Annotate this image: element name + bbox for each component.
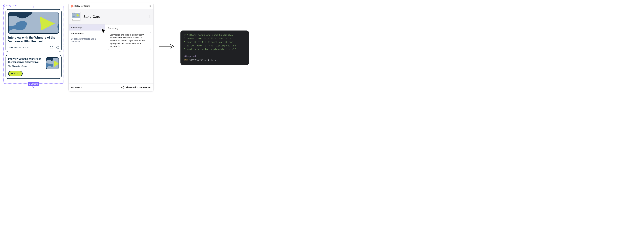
summary-heading: Summary — [108, 27, 151, 30]
selection-handle[interactable] — [33, 6, 34, 8]
component-name: Story Card — [83, 14, 145, 18]
kdoc-line: * story items in a list. The cards — [184, 38, 232, 40]
selection-handle[interactable] — [3, 45, 4, 46]
story-card-title: Interview with the Winners of the Vancou… — [8, 57, 44, 64]
svg-rect-0 — [4, 4, 5, 5]
tab-summary[interactable]: Summary — [68, 24, 105, 30]
svg-point-8 — [58, 48, 58, 49]
relay-logo-icon — [70, 4, 74, 8]
story-card-publisher: The Cinematic Lifestyle — [8, 46, 29, 49]
kotlin-code-block: /** Story cards are used to display * st… — [180, 30, 249, 65]
selection-handle[interactable] — [3, 83, 4, 84]
svg-point-6 — [56, 47, 57, 48]
keyword-fun: fun — [184, 58, 188, 61]
svg-line-10 — [57, 48, 58, 48]
figma-selection-frame[interactable]: Interview with the Winners of the Vancou… — [3, 7, 64, 84]
summary-textarea[interactable] — [108, 32, 151, 50]
close-icon[interactable]: × — [149, 4, 151, 8]
variant-badge: 2 Variants + — [28, 82, 39, 89]
kdoc-line: /** Story cards are used to display — [184, 34, 233, 36]
svg-line-9 — [57, 47, 58, 48]
svg-rect-3 — [5, 5, 5, 6]
component-label-text: Story Card — [6, 4, 16, 7]
svg-rect-1 — [4, 6, 5, 6]
kdoc-line: * consist of 2 different variations: — [184, 41, 234, 44]
story-card-small[interactable]: Interview with the Winners of the Vancou… — [6, 55, 62, 79]
kdoc-line: * smaller view for a playable list.*/ — [184, 48, 236, 50]
variant-count: 2 Variants — [28, 82, 39, 86]
share-icon[interactable] — [56, 46, 59, 49]
relay-plugin-panel: Relay for Figma × Story Card ⋮ Summary P… — [68, 3, 154, 92]
svg-point-19 — [123, 88, 124, 88]
status-no-errors: No errors — [71, 86, 82, 89]
play-button[interactable]: PLAY — [8, 71, 23, 76]
svg-point-18 — [123, 86, 124, 87]
share-developer-button[interactable]: Share with developer — [121, 86, 151, 89]
share-icon — [121, 86, 124, 89]
story-card-publisher: The Cinematic Lifestyle — [8, 65, 44, 67]
component-thumbnail — [71, 12, 81, 21]
share-developer-label: Share with developer — [126, 86, 151, 89]
selection-handle[interactable] — [63, 6, 64, 8]
svg-point-7 — [58, 46, 58, 47]
play-icon — [11, 72, 13, 74]
parameters-hint: Select a layer first to add a parameter — [68, 36, 105, 45]
story-card-title: Interview with the Winners of the Vancou… — [8, 36, 59, 44]
selection-handle[interactable] — [63, 45, 64, 46]
figma-canvas: Story Card Interview with the Winners of… — [3, 4, 64, 84]
plugin-component-header: Story Card ⋮ — [68, 9, 154, 24]
story-card-hero-image — [8, 12, 59, 34]
add-variant-button[interactable]: + — [32, 86, 35, 89]
overflow-menu-icon[interactable]: ⋮ — [148, 16, 151, 17]
selection-handle[interactable] — [63, 83, 64, 84]
svg-rect-2 — [3, 5, 4, 6]
arrow-icon — [159, 44, 175, 50]
selection-handle[interactable] — [3, 6, 4, 8]
function-signature: StoryCard(...) {...} — [188, 58, 218, 61]
plugin-titlebar: Relay for Figma × — [68, 3, 154, 9]
play-button-label: PLAY — [14, 72, 20, 75]
kdoc-line: * larger view for the highlighted and — [184, 44, 236, 47]
annotation: @Composable — [184, 55, 199, 58]
tab-parameters[interactable]: Parameters — [68, 30, 105, 36]
plugin-sidebar: Summary Parameters Select a layer first … — [68, 24, 105, 83]
story-card-thumb — [46, 57, 59, 69]
figma-component-label: Story Card — [3, 4, 64, 7]
plugin-footer: No errors Share with developer — [68, 83, 154, 91]
plugin-title: Relay for Figma — [74, 5, 90, 7]
heart-icon[interactable] — [50, 46, 53, 49]
story-card-large[interactable]: Interview with the Winners of the Vancou… — [6, 9, 62, 52]
svg-line-20 — [122, 87, 123, 87]
component-icon — [3, 4, 5, 6]
plugin-content: Summary — [105, 24, 154, 83]
svg-marker-13 — [12, 72, 13, 74]
svg-line-21 — [122, 88, 123, 88]
svg-point-17 — [122, 87, 122, 88]
